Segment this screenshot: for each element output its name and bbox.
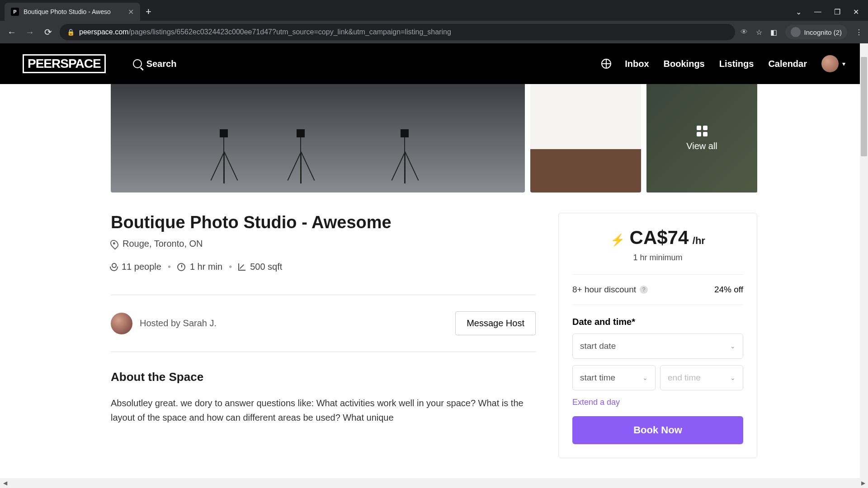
area-value: 500 sqft xyxy=(250,262,282,272)
eye-off-icon[interactable]: 👁 xyxy=(741,28,748,36)
date-time-label: Date and time* xyxy=(572,317,743,327)
host-name: Hosted by Sarah J. xyxy=(140,318,217,328)
tab-bar: P Boutique Photo Studio - Aweso ✕ + ⌄ ― … xyxy=(0,0,868,21)
address-bar[interactable]: 🔒 peerspace.com/pages/listings/6562ec032… xyxy=(60,24,735,40)
bookmark-icon[interactable]: ☆ xyxy=(756,28,762,37)
nav-links: Inbox Bookings Listings Calendar xyxy=(625,59,807,69)
horizontal-scrollbar[interactable]: ◀ ▶ xyxy=(0,478,868,488)
area-icon xyxy=(238,263,245,271)
nav-listings[interactable]: Listings xyxy=(719,59,754,69)
grid-icon xyxy=(697,126,708,136)
thumbnail-photo[interactable] xyxy=(530,84,641,192)
view-all-button[interactable]: View all xyxy=(646,84,757,192)
chevron-down-icon: ⌄ xyxy=(730,374,736,381)
person-icon xyxy=(111,263,117,271)
user-avatar[interactable] xyxy=(821,55,839,72)
about-heading: About the Space xyxy=(111,370,536,384)
end-time-select[interactable]: end time⌄ xyxy=(660,365,743,390)
scroll-right-arrow[interactable]: ▶ xyxy=(858,480,868,486)
chevron-down-icon[interactable]: ▾ xyxy=(842,60,845,67)
close-window-button[interactable]: ✕ xyxy=(853,8,859,16)
nav-inbox[interactable]: Inbox xyxy=(625,59,649,69)
tab-title: Boutique Photo Studio - Aweso xyxy=(24,8,123,15)
discount-label: 8+ hour discount xyxy=(572,285,636,295)
thumbnail-photo[interactable]: View all xyxy=(646,84,757,192)
info-icon[interactable]: ? xyxy=(640,286,648,294)
pin-icon xyxy=(108,238,120,249)
capacity-value: 11 people xyxy=(122,262,161,272)
nav-bookings[interactable]: Bookings xyxy=(664,59,705,69)
reload-button[interactable]: ⟳ xyxy=(42,27,54,38)
host-avatar[interactable] xyxy=(111,313,132,334)
start-time-select[interactable]: start time⌄ xyxy=(572,365,656,390)
duration-value: 1 hr min xyxy=(190,262,222,272)
favicon: P xyxy=(11,8,19,16)
minimum-label: 1 hr minimum xyxy=(572,253,743,263)
maximize-button[interactable]: ❐ xyxy=(834,8,840,16)
bolt-icon: ⚡ xyxy=(610,233,625,247)
url-text: peerspace.com/pages/listings/6562ec03244… xyxy=(79,28,451,36)
vertical-scrollbar[interactable] xyxy=(860,43,868,488)
search-link[interactable]: Search xyxy=(133,59,177,69)
incognito-badge[interactable]: Incognito (2) xyxy=(785,25,847,39)
photo-gallery: View all xyxy=(111,84,757,192)
price-unit: /hr xyxy=(693,235,705,246)
price-value: CA$74 xyxy=(630,227,689,248)
search-icon xyxy=(133,59,142,68)
menu-icon[interactable]: ⋮ xyxy=(855,28,863,37)
start-date-select[interactable]: start date⌄ xyxy=(572,333,743,359)
page-content: PEERSPACE Search Inbox Bookings Listings… xyxy=(0,43,868,488)
scroll-left-arrow[interactable]: ◀ xyxy=(0,480,10,486)
nav-calendar[interactable]: Calendar xyxy=(768,59,807,69)
back-button[interactable]: ← xyxy=(5,27,18,38)
message-host-button[interactable]: Message Host xyxy=(455,311,536,335)
book-now-button[interactable]: Book Now xyxy=(572,416,743,444)
window-controls: ⌄ ― ❐ ✕ xyxy=(796,8,868,16)
chevron-down-icon: ⌄ xyxy=(730,343,736,350)
search-label: Search xyxy=(146,59,177,69)
new-tab-button[interactable]: + xyxy=(146,6,151,18)
url-bar: ← → ⟳ 🔒 peerspace.com/pages/listings/656… xyxy=(0,21,868,43)
clock-icon xyxy=(177,263,185,271)
incognito-icon xyxy=(791,27,801,37)
listing-specs: 11 people • 1 hr min • 500 sqft xyxy=(111,262,536,272)
main-photo[interactable] xyxy=(111,84,525,192)
globe-icon[interactable] xyxy=(601,59,611,69)
forward-button[interactable]: → xyxy=(24,27,36,38)
extend-day-link[interactable]: Extend a day xyxy=(572,398,743,407)
lock-icon: 🔒 xyxy=(67,28,75,36)
discount-amount: 24% off xyxy=(714,285,743,295)
about-text: Absolutley great. we dory to answer ques… xyxy=(111,396,536,425)
view-all-label: View all xyxy=(686,141,717,151)
booking-panel: ⚡ CA$74 /hr 1 hr minimum 8+ hour discoun… xyxy=(558,213,757,458)
side-panel-icon[interactable]: ◧ xyxy=(770,28,777,37)
listing-location: Rouge, Toronto, ON xyxy=(111,239,536,249)
minimize-button[interactable]: ― xyxy=(814,8,821,16)
browser-tab[interactable]: P Boutique Photo Studio - Aweso ✕ xyxy=(5,3,140,21)
incognito-label: Incognito (2) xyxy=(804,28,842,36)
site-header: PEERSPACE Search Inbox Bookings Listings… xyxy=(0,43,868,84)
tab-search-icon[interactable]: ⌄ xyxy=(796,8,802,16)
logo[interactable]: PEERSPACE xyxy=(23,54,106,73)
close-tab-icon[interactable]: ✕ xyxy=(128,8,134,16)
chevron-down-icon: ⌄ xyxy=(642,374,648,381)
listing-title: Boutique Photo Studio - Awesome xyxy=(111,213,536,232)
